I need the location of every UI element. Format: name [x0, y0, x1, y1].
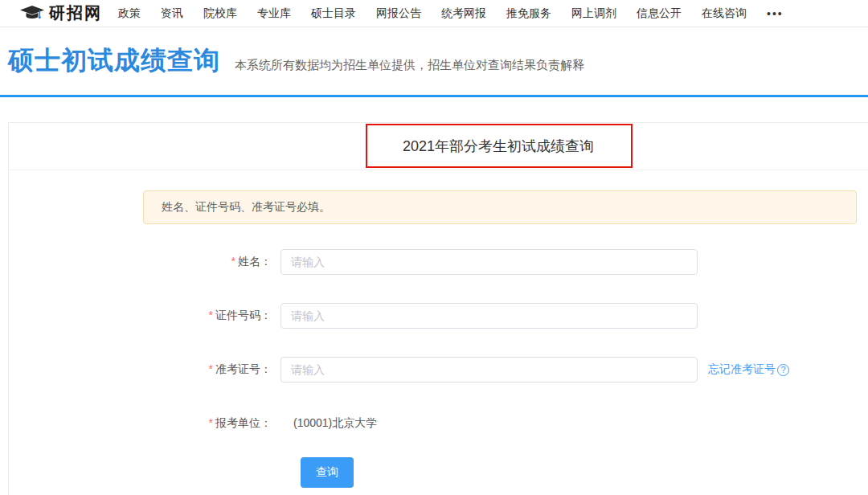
nav-item-online-consult[interactable]: 在线咨询	[702, 6, 747, 21]
name-input[interactable]	[280, 249, 698, 275]
nav-item-college-library[interactable]: 院校库	[203, 6, 237, 21]
main-nav: 政策 资讯 院校库 专业库 硕士目录 网报公告 统考网报 推免服务 网上调剂 信…	[118, 6, 804, 21]
question-circle-icon: ?	[777, 364, 789, 376]
required-asterisk: *	[231, 255, 235, 268]
admission-ticket-label: *准考证号：	[9, 362, 272, 377]
nav-more-button[interactable]: •••	[767, 7, 784, 20]
panel-body: 姓名、证件号码、准考证号必填。 *姓名： *证件号码： *准考证号：	[9, 170, 868, 488]
nav-item-online-report-notice[interactable]: 网报公告	[376, 6, 421, 21]
nav-item-info-disclosure[interactable]: 信息公开	[637, 6, 682, 21]
form-row-id-number: *证件号码：	[9, 303, 868, 329]
query-button[interactable]: 查询	[301, 457, 354, 488]
nav-item-online-adjustment[interactable]: 网上调剂	[571, 6, 616, 21]
nav-item-exempt-service[interactable]: 推免服务	[506, 6, 551, 21]
form-row-target-unit: *报考单位： (10001)北京大学	[9, 411, 868, 436]
nav-item-policy[interactable]: 政策	[118, 6, 141, 21]
page-header: 硕士初试成绩查询 本系统所有数据均为招生单位提供，招生单位对查询结果负责解释	[0, 27, 868, 95]
page-title: 硕士初试成绩查询	[8, 43, 220, 79]
page-subtitle: 本系统所有数据均为招生单位提供，招生单位对查询结果负责解释	[235, 58, 584, 73]
panel-header: 2021年部分考生初试成绩查询	[9, 123, 868, 170]
header-divider	[0, 95, 868, 97]
nav-item-master-catalog[interactable]: 硕士目录	[311, 6, 356, 21]
form-row-name: *姓名：	[9, 249, 868, 275]
id-number-label: *证件号码：	[9, 309, 272, 323]
query-panel: 2021年部分考生初试成绩查询 姓名、证件号码、准考证号必填。 *姓名： *证件…	[8, 122, 868, 495]
target-unit-label: *报考单位：	[9, 416, 272, 431]
form-actions: 查询	[301, 457, 868, 488]
required-asterisk: *	[209, 362, 213, 375]
required-asterisk: *	[209, 416, 213, 429]
logo-text: 研招网	[49, 2, 102, 24]
forgot-ticket-link[interactable]: 忘记准考证号?	[708, 362, 789, 377]
id-number-input[interactable]	[280, 303, 698, 329]
target-unit-value: (10001)北京大学	[293, 416, 377, 431]
nav-item-news[interactable]: 资讯	[161, 6, 183, 21]
name-label: *姓名：	[9, 255, 272, 269]
required-fields-notice: 姓名、证件号码、准考证号必填。	[143, 190, 857, 224]
site-logo[interactable]: 研招网	[20, 2, 102, 24]
top-navigation: 研招网 政策 资讯 院校库 专业库 硕士目录 网报公告 统考网报 推免服务 网上…	[0, 0, 868, 27]
required-asterisk: *	[209, 309, 213, 321]
panel-title: 2021年部分考生初试成绩查询	[403, 137, 594, 156]
score-query-form: *姓名： *证件号码： *准考证号： 忘记准考证号?	[9, 249, 868, 488]
nav-item-major-library[interactable]: 专业库	[257, 6, 291, 21]
nav-item-unified-exam-report[interactable]: 统考网报	[441, 6, 486, 21]
form-row-admission-ticket: *准考证号： 忘记准考证号?	[9, 357, 868, 382]
admission-ticket-input[interactable]	[280, 357, 698, 382]
graduation-cap-icon	[20, 6, 44, 22]
